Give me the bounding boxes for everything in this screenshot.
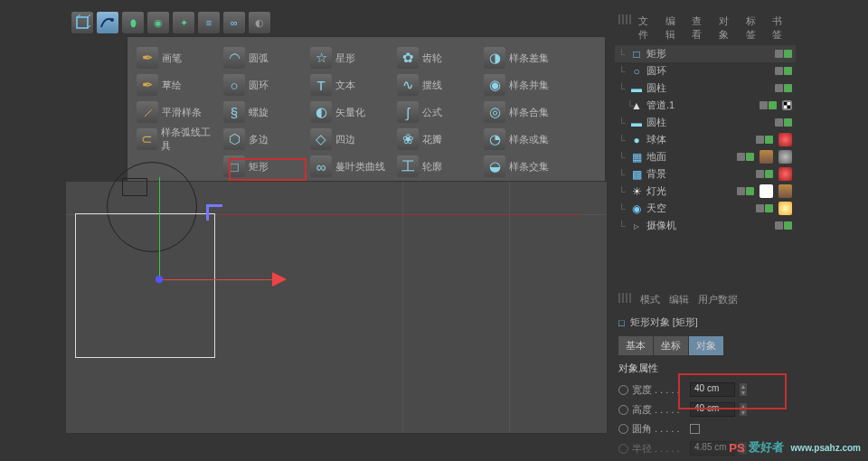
spline-text[interactable]: T文本 xyxy=(308,71,395,99)
cyl-icon: ▬ xyxy=(630,82,643,95)
spline-vectorize[interactable]: ◐矢量化 xyxy=(308,99,395,126)
spline-star-icon: ☆ xyxy=(310,47,332,69)
spline-gear[interactable]: ✿齿轮 xyxy=(395,44,482,71)
spline-or[interactable]: ◔样条或集 xyxy=(482,126,569,153)
spline-formula[interactable]: ∫公式 xyxy=(395,99,482,126)
circ-label: 圆环 xyxy=(646,64,771,78)
tool-button-5[interactable]: ✦ xyxy=(172,11,195,34)
tab-object[interactable]: 对象 xyxy=(689,336,723,355)
corner-handle[interactable] xyxy=(206,204,222,221)
object-row-sky[interactable]: └◉天空 xyxy=(615,200,796,217)
main-toolbar: ⬮ ◉ ✦ ≡ ∞ ◐ xyxy=(71,11,271,34)
spline-nside-icon: ⬡ xyxy=(223,128,245,150)
sphere-tag-red[interactable] xyxy=(778,133,792,146)
sky-tag-sun[interactable] xyxy=(778,202,792,215)
spline-helix-label: 螺旋 xyxy=(249,106,269,119)
spline-cycloid[interactable]: ∿摆线 xyxy=(395,71,482,99)
spline-text-label: 文本 xyxy=(335,79,355,92)
object-row-cam[interactable]: └▹摄像机 xyxy=(615,217,796,234)
obj-hdr-view[interactable]: 查看 xyxy=(692,14,712,42)
object-row-circ[interactable]: └○圆环 xyxy=(615,62,796,80)
spline-4side-icon: ◇ xyxy=(310,128,332,150)
object-row-bg[interactable]: └▩背景 xyxy=(615,165,796,183)
spline-and[interactable]: ◎样条合集 xyxy=(482,99,569,126)
spline-flower-icon: ❀ xyxy=(397,128,419,150)
spline-4side[interactable]: ◇四边 xyxy=(308,126,395,153)
object-row-cyl2[interactable]: └▬圆柱 xyxy=(615,114,796,131)
tool-button-6[interactable]: ≡ xyxy=(197,11,221,34)
tool-button-7[interactable]: ∞ xyxy=(222,11,246,34)
obj-hdr-obj[interactable]: 对象 xyxy=(719,14,739,42)
light-tag-wht[interactable] xyxy=(760,184,773,198)
spline-intersect[interactable]: ◒样条交集 xyxy=(482,153,569,180)
tab-coord[interactable]: 坐标 xyxy=(654,336,688,355)
spline-sketch[interactable]: ✒草绘 xyxy=(135,71,222,99)
spline-mask[interactable]: ◑样条差集 xyxy=(482,44,569,71)
light-tag-film[interactable] xyxy=(778,184,792,198)
x-axis-gizmo[interactable] xyxy=(159,279,277,280)
spline-text-icon: T xyxy=(310,74,332,96)
spline-arctool-label: 样条弧线工具 xyxy=(161,126,220,153)
object-row-floor[interactable]: └▦地面 xyxy=(615,148,796,165)
spline-or-label: 样条或集 xyxy=(509,133,549,146)
tab-basic[interactable]: 基本 xyxy=(618,336,653,355)
spline-union[interactable]: ◉样条并集 xyxy=(482,71,569,99)
object-row-sphere[interactable]: └●球体 xyxy=(615,131,796,148)
spline-circle[interactable]: ○圆环 xyxy=(222,71,308,99)
attr-hdr-userdata[interactable]: 用户数据 xyxy=(698,293,738,306)
spline-union-icon: ◉ xyxy=(484,74,505,96)
spline-flower[interactable]: ❀花瓣 xyxy=(395,126,482,153)
object-manager-header: 文件 编辑 查看 对象 标签 书签 xyxy=(615,11,796,45)
floor-tag-gry[interactable] xyxy=(778,150,792,164)
spline-profile[interactable]: 工轮廓 xyxy=(395,153,482,180)
height-radio[interactable] xyxy=(618,405,628,415)
object-row-rect[interactable]: └□矩形 xyxy=(615,45,796,62)
y-axis-gizmo[interactable] xyxy=(159,177,160,281)
spline-helix[interactable]: §螺旋 xyxy=(222,99,308,126)
spline-gear-icon: ✿ xyxy=(397,47,419,69)
floor-label: 地面 xyxy=(646,150,733,164)
tool-button-3[interactable]: ⬮ xyxy=(121,11,145,34)
spline-cissoid-icon: ∞ xyxy=(310,155,332,177)
spline-arctool[interactable]: ⊂样条弧线工具 xyxy=(135,126,222,153)
round-radio[interactable] xyxy=(618,424,628,434)
round-checkbox[interactable] xyxy=(690,424,700,434)
cyl2-label: 圆柱 xyxy=(646,116,771,129)
attr-object-title: □ 矩形对象 [矩形] xyxy=(615,310,796,334)
spline-arc[interactable]: ◠圆弧 xyxy=(222,44,308,71)
spline-union-label: 样条并集 xyxy=(509,79,549,92)
spline-freehand[interactable]: ✒画笔 xyxy=(135,44,222,71)
attr-hdr-edit[interactable]: 编辑 xyxy=(669,293,689,306)
object-row-cyl[interactable]: └▬圆柱 xyxy=(615,80,796,97)
spline-profile-label: 轮廓 xyxy=(422,160,442,174)
spline-star[interactable]: ☆星形 xyxy=(308,44,395,71)
floor-tag-film[interactable] xyxy=(760,150,773,164)
spline-vectorize-label: 矢量化 xyxy=(335,106,365,119)
attr-hdr-mode[interactable]: 模式 xyxy=(640,293,660,306)
obj-hdr-file[interactable]: 文件 xyxy=(638,14,658,42)
object-row-tube[interactable]: └▲管道.1 xyxy=(615,97,796,114)
spline-cissoid[interactable]: ∞蔓叶类曲线 xyxy=(308,153,395,180)
floor-icon: ▦ xyxy=(630,151,643,164)
x-axis-arrow[interactable] xyxy=(272,272,287,287)
width-radio[interactable] xyxy=(618,385,628,395)
obj-hdr-tag[interactable]: 标签 xyxy=(746,14,766,42)
spline-smooth[interactable]: ⟋平滑样条 xyxy=(135,99,222,126)
cube-tool-button[interactable] xyxy=(71,11,94,34)
bg-tag-red[interactable] xyxy=(778,167,792,181)
origin-handle[interactable] xyxy=(156,276,163,283)
obj-hdr-bookmark[interactable]: 书签 xyxy=(772,14,792,42)
round-label: 圆角 . . . . . xyxy=(632,422,686,436)
obj-hdr-edit[interactable]: 编辑 xyxy=(665,14,685,42)
tool-button-8[interactable]: ◐ xyxy=(248,11,271,34)
spline-nside[interactable]: ⬡多边 xyxy=(222,126,308,153)
object-row-light[interactable]: └☀灯光 xyxy=(615,183,796,200)
tool-button-4[interactable]: ◉ xyxy=(146,11,170,34)
spline-intersect-label: 样条交集 xyxy=(509,160,549,174)
viewport-red-line xyxy=(220,214,581,215)
spline-cissoid-label: 蔓叶类曲线 xyxy=(335,160,385,174)
viewport[interactable] xyxy=(65,181,608,434)
tube-tag-chk[interactable] xyxy=(782,100,792,110)
spline-cycloid-icon: ∿ xyxy=(397,74,419,96)
spline-tool-button[interactable] xyxy=(96,11,119,34)
